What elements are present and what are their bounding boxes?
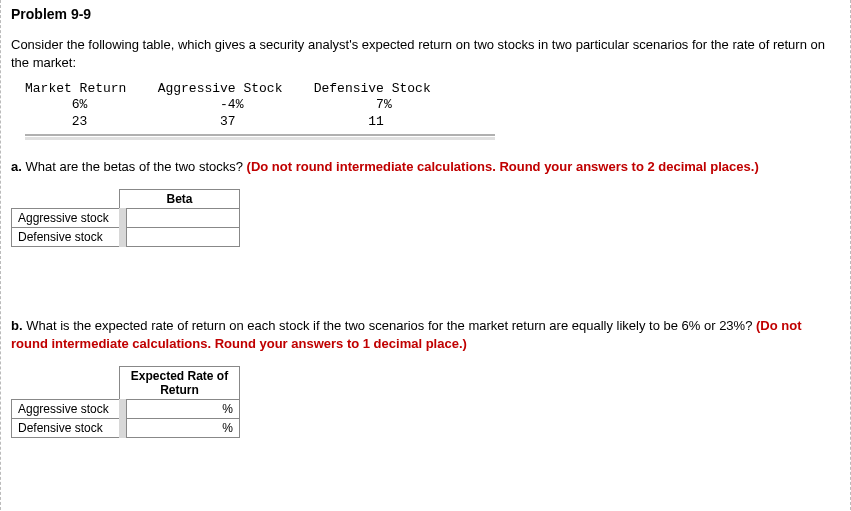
cell: -4% (220, 97, 243, 112)
table-row: Defensive stock (12, 228, 240, 247)
row-label-aggressive: Aggressive stock (12, 209, 120, 228)
expected-return-table: Expected Rate of Return Aggressive stock… (11, 366, 240, 438)
beta-aggressive-input[interactable] (120, 209, 240, 228)
beta-defensive-input[interactable] (120, 228, 240, 247)
part-b-label: b. (11, 318, 23, 333)
return-defensive-input[interactable]: % (120, 419, 240, 438)
percent-unit: % (222, 402, 233, 416)
divider (25, 134, 495, 140)
part-b-text: What is the expected rate of return on e… (23, 318, 756, 333)
table-row: Defensive stock % (12, 419, 240, 438)
part-a-warning: (Do not round intermediate calculations.… (247, 159, 759, 174)
blank-corner (12, 190, 120, 209)
part-a-label: a. (11, 159, 22, 174)
beta-answer-table: Beta Aggressive stock Defensive stock (11, 189, 240, 247)
input-tab-icon (119, 227, 127, 247)
blank-corner (12, 367, 120, 400)
table-row: Aggressive stock (12, 209, 240, 228)
input-tab-icon (119, 208, 127, 228)
table-row: Aggressive stock % (12, 400, 240, 419)
cell: 37 (220, 114, 236, 129)
col-header-aggressive: Aggressive Stock (158, 81, 283, 96)
input-tab-icon (119, 399, 127, 419)
beta-header: Beta (120, 190, 240, 209)
cell: 6% (72, 97, 88, 112)
row-label-defensive: Defensive stock (12, 228, 120, 247)
part-a-text: What are the betas of the two stocks? (22, 159, 247, 174)
cell: 11 (368, 114, 384, 129)
cell: 7% (376, 97, 392, 112)
part-b-question: b. What is the expected rate of return o… (11, 317, 840, 352)
problem-title: Problem 9-9 (11, 6, 840, 22)
col-header-market: Market Return (25, 81, 126, 96)
col-header-defensive: Defensive Stock (314, 81, 431, 96)
percent-unit: % (222, 421, 233, 435)
return-aggressive-input[interactable]: % (120, 400, 240, 419)
part-a-question: a. What are the betas of the two stocks?… (11, 158, 840, 176)
row-label-defensive: Defensive stock (12, 419, 120, 438)
row-label-aggressive: Aggressive stock (12, 400, 120, 419)
cell: 23 (72, 114, 88, 129)
input-tab-icon (119, 418, 127, 438)
intro-text: Consider the following table, which give… (11, 36, 840, 71)
expected-return-header: Expected Rate of Return (120, 367, 240, 400)
scenario-table: Market Return Aggressive Stock Defensive… (25, 81, 840, 130)
